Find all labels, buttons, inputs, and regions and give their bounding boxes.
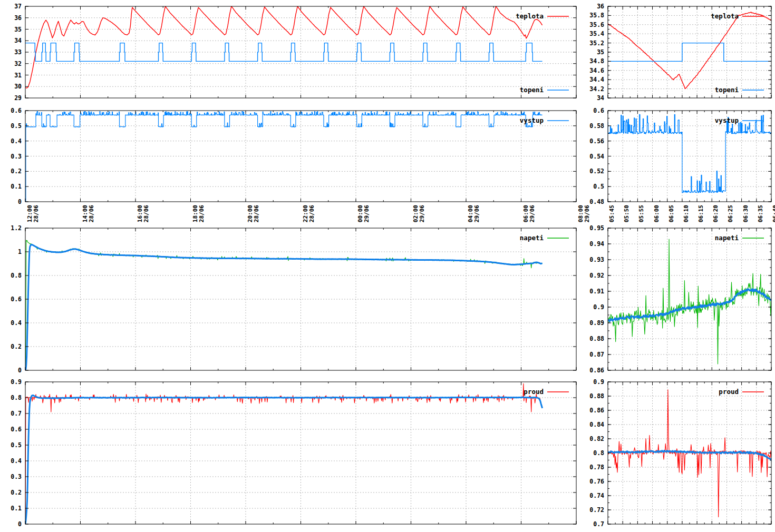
panel-vystup-overview: 00.10.20.30.40.50.612:0028/0614:0028/061… <box>11 107 590 222</box>
legend-label: napeti <box>715 234 739 242</box>
y-tick-label: 0.92 <box>589 272 604 279</box>
x-tick-label-date: 28/06 <box>308 205 315 222</box>
series-group <box>25 112 542 202</box>
gridlines <box>608 111 771 202</box>
y-tick-label: 0.7 <box>593 520 604 528</box>
x-tick-label-date: 28/06 <box>88 205 95 222</box>
x-tick-label-time: 06:25 <box>727 205 734 222</box>
y-tick-label: 0.6 <box>11 426 22 433</box>
y-tick-label: 0.1 <box>11 183 22 190</box>
y-tick-label: 0.89 <box>589 319 604 327</box>
y-tick-label: 0.4 <box>11 319 22 327</box>
plots-svg: 293031323334353637teplotatopeni3434.234.… <box>0 0 775 532</box>
x-tick-label-date: 28/06 <box>198 205 205 222</box>
teplota-line <box>25 6 542 88</box>
y-tick-label: 0.56 <box>589 137 604 145</box>
panel-napeti-overview: 00.20.40.60.811.2napeti <box>11 224 576 374</box>
panel-proud-detail: 0.70.720.740.760.780.80.820.840.860.880.… <box>589 378 775 528</box>
y-tick-label: 0.8 <box>11 394 22 401</box>
y-tick-label: 34.2 <box>589 85 604 93</box>
y-axis-labels: 00.10.20.30.40.50.6 <box>11 107 22 205</box>
y-tick-label: 36 <box>597 3 604 10</box>
series-group <box>25 383 542 524</box>
y-tick-label: 34 <box>14 37 22 44</box>
legend-label: proud <box>524 388 544 396</box>
panel-napeti-detail: 0.860.870.880.890.90.910.920.930.940.95n… <box>589 224 775 374</box>
y-tick-label: 0.58 <box>589 122 604 130</box>
x-tick-label-date: 29/06 <box>529 205 536 222</box>
y-tick-label: 37 <box>14 3 22 10</box>
y-tick-label: 0.6 <box>11 107 22 114</box>
y-tick-label: 0.86 <box>589 367 604 374</box>
y-tick-label: 0.93 <box>589 256 604 263</box>
legend-label: vystup <box>715 116 739 124</box>
y-tick-label: 0.86 <box>589 407 604 414</box>
x-tick-label-time: 05:50 <box>623 205 630 222</box>
series-group <box>25 240 542 370</box>
y-tick-label: 0.2 <box>11 168 22 175</box>
y-tick-label: 0.9 <box>593 378 604 386</box>
legend-proud: proud <box>719 388 764 396</box>
y-tick-label: 0.5 <box>11 122 22 130</box>
y-axis-labels: 293031323334353637 <box>14 3 22 102</box>
x-axis-labels: 12:0028/0614:0028/0616:0028/0618:0028/06… <box>26 205 590 222</box>
proud-line <box>25 383 540 524</box>
y-tick-label: 0.6 <box>11 295 22 303</box>
panel-teplota-overview: 293031323334353637teplotatopeni <box>14 3 576 102</box>
y-tick-label: 0.95 <box>589 224 604 232</box>
y-tick-label: 0.3 <box>11 473 22 480</box>
legend-label: topeni <box>715 86 739 94</box>
x-tick-label-time: 05:55 <box>638 205 645 222</box>
y-tick-label: 0.6 <box>593 107 604 114</box>
y-tick-label: 0.4 <box>11 137 22 145</box>
x-tick-label-time: 06:00 <box>653 205 660 222</box>
x-axis-labels: 05:4505:5005:5506:0006:0506:1006:1506:20… <box>608 205 775 222</box>
y-tick-label: 0.78 <box>589 464 604 471</box>
y-tick-label: 35.6 <box>589 21 604 28</box>
legend-label: napeti <box>520 234 544 242</box>
series-group <box>602 114 775 192</box>
legend-label: teplota <box>516 12 544 20</box>
gridlines <box>608 6 771 98</box>
y-tick-label: 0.3 <box>11 153 22 160</box>
y-tick-label: 36 <box>14 14 22 22</box>
x-tick-label-date: 29/06 <box>363 205 370 222</box>
y-tick-label: 0.7 <box>11 410 22 417</box>
y-tick-label: 0.88 <box>589 335 604 342</box>
y-tick-label: 34 <box>597 94 604 102</box>
x-tick-label-date: 28/06 <box>143 205 150 222</box>
legend-topeni: topeni <box>715 86 764 94</box>
y-tick-label: 0.74 <box>589 492 604 499</box>
x-tick-label-time: 05:45 <box>608 205 615 222</box>
y-tick-label: 0 <box>18 520 22 528</box>
napeti_smooth-line <box>25 245 542 370</box>
y-tick-label: 0.72 <box>589 506 604 514</box>
y-tick-label: 35 <box>597 48 604 56</box>
x-tick-label-time: 06:15 <box>698 205 704 222</box>
legend-napeti: napeti <box>715 234 764 242</box>
x-tick-label-time: 06:05 <box>668 205 675 222</box>
y-tick-label: 0.48 <box>589 198 604 205</box>
napeti-line <box>602 239 775 364</box>
legend-label: proud <box>719 388 739 396</box>
y-tick-label: 0.2 <box>11 489 22 496</box>
y-tick-label: 34.4 <box>589 76 604 83</box>
y-tick-label: 0.94 <box>589 240 604 248</box>
y-tick-label: 0.9 <box>593 303 604 311</box>
legend-label: vystup <box>520 116 544 124</box>
y-tick-label: 0.88 <box>589 392 604 400</box>
y-axis-labels: 0.860.870.880.890.90.910.920.930.940.95 <box>589 224 604 374</box>
y-tick-label: 0.1 <box>11 505 22 512</box>
series-group <box>25 6 542 88</box>
series-group <box>0 12 775 88</box>
y-tick-label: 0.5 <box>593 183 604 190</box>
napeti-line <box>25 240 542 369</box>
y-tick-label: 0.52 <box>589 168 604 175</box>
x-tick-label-date: 28/06 <box>33 205 40 222</box>
teplota-line <box>602 12 775 88</box>
y-axis-labels: 0.70.720.740.760.780.80.820.840.860.880.… <box>589 378 604 528</box>
x-tick-label-date: 28/06 <box>253 205 260 222</box>
y-tick-label: 32 <box>14 60 22 67</box>
axis-frame <box>608 228 771 370</box>
y-tick-label: 1.2 <box>11 224 22 232</box>
